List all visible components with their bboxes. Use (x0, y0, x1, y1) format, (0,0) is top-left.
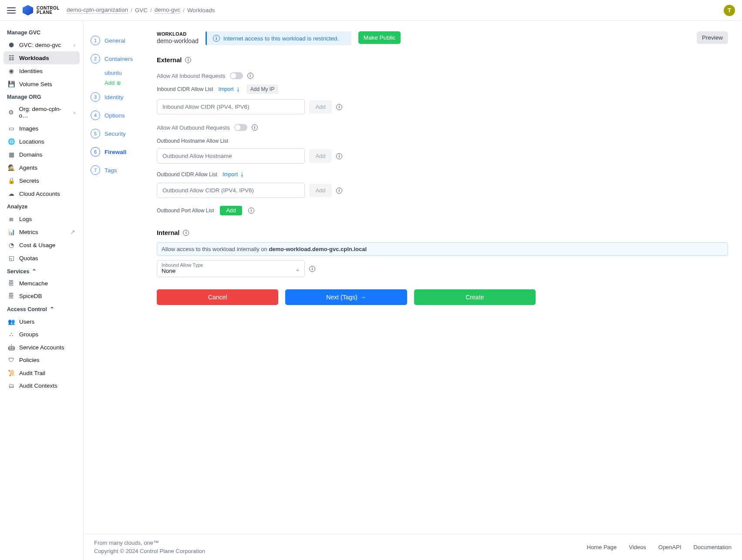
outbound-port-add-button[interactable]: Add (220, 206, 242, 215)
info-icon[interactable]: i (336, 153, 342, 159)
outbound-hostname-caption: Outbound Hostname Allow List (157, 138, 728, 144)
wizard-step-options[interactable]: 4Options (91, 106, 150, 124)
info-icon[interactable]: i (309, 266, 315, 272)
footer-link-home[interactable]: Home Page (587, 544, 617, 550)
sidebar-item-domains[interactable]: ▦ Domains (3, 148, 80, 161)
footer-tagline: From many clouds, one™ (94, 539, 205, 547)
sidebar-section-access-control[interactable]: Access Control ⌃ (3, 302, 80, 315)
chevron-down-icon: ⌄ (295, 265, 300, 272)
sidebar-item-label: Images (19, 125, 38, 132)
create-button[interactable]: Create (414, 289, 536, 305)
footer-copyright: Copyright © 2024 Control Plane Corporati… (94, 547, 205, 555)
footer-link-videos[interactable]: Videos (629, 544, 646, 550)
sidebar-item-agents[interactable]: 🕵 Agents (3, 161, 80, 174)
breadcrumb-gvc-seg: GVC (135, 7, 148, 13)
wizard-step-identity[interactable]: 3Identity (91, 88, 150, 106)
sidebar-item-audit-trail[interactable]: 📜 Audit Trail (3, 366, 80, 379)
info-icon[interactable]: i (183, 230, 189, 236)
users-icon: 👥 (8, 318, 15, 325)
next-button[interactable]: Next (Tags)→ (285, 289, 407, 305)
wizard-step-tags[interactable]: 7Tags (91, 161, 150, 179)
sidebar-item-memcache[interactable]: 🗄 Memcache (3, 277, 80, 290)
breadcrumb-gvc[interactable]: demo-gvc (155, 7, 180, 14)
inbound-cidr-add-button[interactable]: Add (309, 100, 332, 114)
wizard-container-add[interactable]: Add⊕ (105, 78, 150, 88)
sidebar-item-secrets[interactable]: 🔒 Secrets (3, 174, 80, 187)
internal-host-banner: Allow access to this workload internally… (157, 242, 728, 256)
wizard-steps: 1General 2Containers ubuntu Add⊕ 3Identi… (84, 21, 153, 560)
alert-text: Internet access to this workload is rest… (223, 35, 339, 42)
sidebar-section-services[interactable]: Services ⌃ (3, 265, 80, 277)
sidebar-item-label: Secrets (19, 178, 39, 184)
allow-all-outbound-toggle[interactable] (234, 124, 247, 131)
import-outbound-link[interactable]: Import ⭳ (223, 171, 245, 178)
breadcrumb-org[interactable]: demo-cpln-organization (67, 7, 128, 14)
footer-link-docs[interactable]: Documentation (694, 544, 732, 550)
sidebar-item-label: Memcache (19, 280, 48, 287)
inbound-allow-type-select[interactable]: Inbound Allow Type None ⌄ (157, 260, 305, 277)
main-content: WORKLOAD demo-workload i Internet access… (153, 21, 742, 560)
footer-link-openapi[interactable]: OpenAPI (658, 544, 681, 550)
sidebar-item-audit-contexts[interactable]: 🗂 Audit Contexts (3, 379, 80, 392)
sidebar-item-label: Cost & Usage (19, 242, 55, 248)
cancel-button[interactable]: Cancel (157, 289, 278, 305)
group-icon: ⛬ (8, 331, 15, 338)
outbound-cidr-caption: Outbound CIDR Allow List (157, 171, 217, 178)
wizard-step-firewall[interactable]: 6Firewall (91, 143, 150, 161)
section-external: External i (157, 57, 728, 64)
preview-button[interactable]: Preview (697, 31, 728, 44)
allow-all-inbound-toggle[interactable] (230, 72, 243, 79)
info-icon[interactable]: i (252, 124, 258, 131)
wizard-step-containers[interactable]: 2Containers (91, 50, 150, 68)
outbound-cidr-input[interactable] (157, 183, 305, 198)
sidebar-item-locations[interactable]: 🌐 Locations (3, 135, 80, 148)
sidebar-section-label: Services (7, 268, 29, 275)
info-icon[interactable]: i (336, 188, 342, 194)
add-my-ip-button[interactable]: Add My IP (246, 84, 278, 94)
topbar: CONTROLPLANE demo-cpln-organization / GV… (0, 0, 742, 21)
outbound-hostname-add-button[interactable]: Add (309, 149, 332, 163)
sidebar-item-gvc[interactable]: ⬢ GVC: demo-gvc › (3, 38, 80, 51)
sidebar: Manage GVC ⬢ GVC: demo-gvc › ☷ Workloads… (0, 21, 84, 560)
outbound-cidr-add-button[interactable]: Add (309, 184, 332, 197)
sidebar-item-images[interactable]: ▭ Images (3, 122, 80, 135)
sidebar-item-identities[interactable]: ◉ Identities (3, 64, 80, 77)
sidebar-item-cloud-accounts[interactable]: ☁ Cloud Accounts (3, 187, 80, 200)
info-icon[interactable]: i (247, 73, 253, 79)
sidebar-item-service-accounts[interactable]: 🤖 Service Accounts (3, 341, 80, 354)
chevron-right-icon: › (74, 109, 76, 116)
stack-icon: ☷ (8, 54, 15, 61)
sidebar-item-logs[interactable]: ≣ Logs (3, 212, 80, 225)
sidebar-item-label: Audit Trail (19, 370, 45, 376)
hamburger-icon[interactable] (7, 7, 16, 13)
logo[interactable]: CONTROLPLANE (23, 5, 60, 16)
arrow-right-icon: → (360, 294, 366, 301)
sidebar-item-users[interactable]: 👥 Users (3, 315, 80, 328)
import-inbound-link[interactable]: Import ⭳ (218, 86, 241, 92)
sidebar-item-groups[interactable]: ⛬ Groups (3, 328, 80, 341)
sidebar-item-spicedb[interactable]: 🗄 SpiceDB (3, 290, 80, 302)
info-icon[interactable]: i (336, 104, 342, 110)
sidebar-item-label: Quotas (19, 255, 38, 262)
wizard-step-security[interactable]: 5Security (91, 124, 150, 143)
sidebar-item-workloads[interactable]: ☷ Workloads (3, 51, 80, 64)
info-icon[interactable]: i (185, 57, 191, 63)
sidebar-item-quotas[interactable]: ◱ Quotas (3, 251, 80, 265)
sidebar-item-volume-sets[interactable]: 💾 Volume Sets (3, 77, 80, 91)
outbound-hostname-input[interactable] (157, 148, 305, 164)
wizard-step-general[interactable]: 1General (91, 31, 150, 50)
info-icon[interactable]: i (248, 208, 254, 214)
globe-icon: 🌐 (8, 138, 15, 145)
sidebar-item-policies[interactable]: 🛡 Policies (3, 354, 80, 366)
db-icon: 🗄 (8, 280, 15, 287)
avatar[interactable]: T (724, 5, 735, 16)
logs-icon: ≣ (8, 215, 15, 222)
sidebar-item-org[interactable]: ⚙ Org: demo-cpln-o… › (3, 103, 80, 122)
make-public-button[interactable]: Make Public (358, 31, 401, 44)
breadcrumb: demo-cpln-organization / GVC / demo-gvc … (67, 7, 215, 14)
wizard-container-ubuntu[interactable]: ubuntu (105, 68, 150, 78)
sidebar-item-metrics[interactable]: 📊 Metrics ↗ (3, 225, 80, 238)
sidebar-item-cost-usage[interactable]: ◔ Cost & Usage (3, 238, 80, 251)
inbound-cidr-input[interactable] (157, 99, 305, 114)
disk-icon: 💾 (8, 80, 15, 87)
